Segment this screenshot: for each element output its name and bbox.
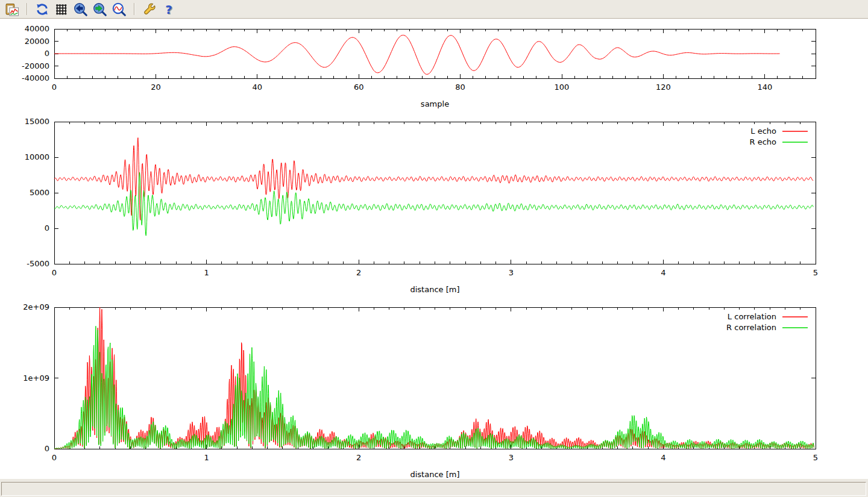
x-axis-label-echo: distance [m]	[410, 285, 459, 294]
x-tick-label: 80	[455, 83, 465, 92]
gnuplot-window: ?? 020406080100120140-40000-200000200004…	[0, 0, 868, 497]
x-tick-label: 120	[656, 83, 671, 92]
x-tick-label: 140	[757, 83, 772, 92]
x-tick-label: 60	[354, 83, 364, 92]
y-tick-label: 20000	[25, 37, 49, 46]
replot-button[interactable]	[34, 1, 50, 17]
help-icon: ??	[162, 2, 175, 16]
x-tick-label: 100	[555, 83, 570, 92]
series-line-signal	[54, 35, 780, 74]
legend-echo: L echoR echo	[749, 127, 808, 146]
plots-svg: 020406080100120140-40000-200000200004000…	[0, 19, 868, 479]
x-tick-label: 3	[509, 453, 514, 462]
x-tick-label: 1	[204, 453, 209, 462]
svg-text:?: ?	[165, 2, 172, 16]
plot-echo: 012345-5000050001000015000distance [m]L …	[25, 117, 819, 294]
x-tick-label: 3	[509, 268, 514, 277]
x-tick-label: 20	[151, 83, 161, 92]
x-axis-label-correlation: distance [m]	[410, 470, 459, 479]
x-tick-label: 0	[52, 453, 57, 462]
plot-waveform: 020406080100120140-40000-200000200004000…	[22, 24, 816, 108]
x-tick-label: 4	[661, 268, 665, 277]
axes-waveform	[54, 29, 816, 78]
toolbar-separator	[27, 3, 27, 15]
legend-label: R echo	[749, 137, 776, 146]
configure-button[interactable]	[141, 1, 157, 17]
y-tick-label: 0	[45, 444, 49, 453]
y-tick-label: 2e+09	[23, 302, 49, 311]
status-text	[1, 482, 866, 496]
series-line-r-correlation	[54, 326, 814, 449]
y-tick-label: -5000	[27, 259, 49, 268]
x-tick-label: 2	[356, 268, 361, 277]
zoom-previous-button[interactable]	[72, 1, 89, 17]
y-tick-label: 5000	[30, 188, 49, 197]
y-tick-label: 10000	[25, 152, 49, 161]
zoom-previous-icon	[74, 2, 87, 16]
toggle-grid-button[interactable]	[53, 1, 69, 17]
legend-label: L echo	[750, 127, 776, 136]
plot-canvas[interactable]: 020406080100120140-40000-200000200004000…	[0, 19, 868, 479]
plot-correlation: 01234501e+092e+09distance [m]L correlati…	[23, 302, 818, 479]
y-tick-label: 15000	[25, 117, 49, 126]
legend-correlation: L correlationR correlation	[726, 312, 808, 332]
y-tick-label: 0	[45, 49, 49, 58]
y-tick-label: 40000	[25, 24, 49, 33]
copy-to-clipboard-button[interactable]	[4, 1, 20, 17]
series-line-l-echo	[54, 138, 813, 220]
wrench-icon	[142, 2, 156, 16]
y-tick-label: -40000	[22, 73, 49, 83]
toolbar-separator	[134, 3, 134, 15]
grid-icon	[54, 2, 68, 16]
autoscale-icon	[112, 2, 126, 16]
status-bar	[0, 479, 868, 497]
x-tick-label: 0	[52, 268, 57, 277]
y-tick-label: -20000	[22, 61, 49, 70]
replot-icon	[35, 2, 49, 16]
x-tick-label: 0	[52, 83, 57, 92]
x-tick-label: 40	[253, 83, 263, 92]
clipboard-chart-icon	[5, 2, 19, 16]
zoom-next-icon	[93, 2, 107, 16]
y-tick-label: 0	[45, 223, 49, 233]
y-tick-label: 1e+09	[23, 374, 49, 383]
x-tick-label: 5	[813, 453, 818, 462]
axes-correlation	[54, 307, 816, 449]
x-tick-label: 2	[356, 453, 361, 462]
x-tick-label: 1	[204, 268, 209, 277]
zoom-next-button[interactable]	[92, 1, 108, 17]
x-tick-label: 4	[661, 453, 665, 462]
axes-echo	[54, 122, 816, 264]
toolbar: ??	[0, 0, 868, 19]
legend-label: L correlation	[728, 312, 776, 321]
series-line-r-echo	[54, 172, 813, 236]
autoscale-button[interactable]	[111, 1, 127, 17]
series-line-l-correlation	[54, 307, 814, 449]
legend-label: R correlation	[726, 323, 776, 332]
x-axis-label-waveform: sample	[421, 99, 449, 108]
help-button[interactable]: ??	[160, 1, 177, 17]
x-tick-label: 5	[813, 268, 818, 277]
